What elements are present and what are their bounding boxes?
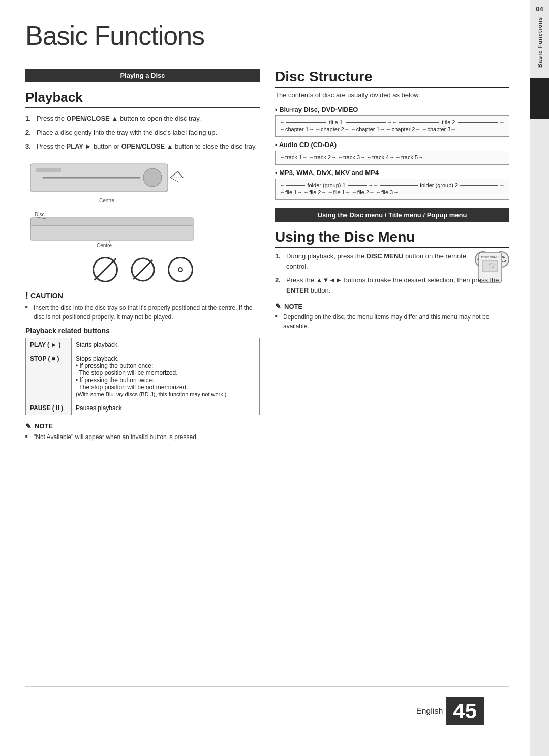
side-tab-number: 04 (536, 5, 543, 13)
svg-rect-8 (30, 218, 193, 227)
svg-text:DISC MENU: DISC MENU (481, 256, 499, 259)
mp3-label: MP3, WMA, DivX, MKV and MP4 (275, 169, 509, 177)
table-row-stop: STOP ( ■ ) Stops playback. • If pressing… (26, 352, 260, 401)
page-footer: English 45 (25, 686, 509, 736)
note-box: ✎ NOTE "Not Available" will appear when … (25, 422, 260, 442)
disc-step-2: 2. Press the ▲▼◄► buttons to make the de… (275, 275, 509, 295)
play-key: PLAY ( ► ) (26, 338, 72, 352)
step-num-2: 2. (25, 128, 31, 138)
note-title: ✎ NOTE (25, 422, 260, 430)
forbidden-icon-2 (130, 257, 156, 282)
left-column: Playing a Disc Playback 1. Press the OPE… (25, 69, 260, 681)
mp3-diagram: ← folder (group) 1 →← folder (group) 2 →… (275, 179, 509, 200)
disc-step-1: 1. During playback, press the DISC MENU … (275, 251, 509, 271)
right-column: Disc Structure The contents of disc are … (275, 69, 509, 681)
svg-text:Centre: Centre (97, 243, 112, 248)
page-number-container: English 45 (416, 697, 484, 725)
device-illustration: Centre Disc Centre (25, 159, 260, 284)
disc-structure-title: Disc Structure (275, 69, 509, 88)
pause-key: PAUSE ( II ) (26, 401, 72, 415)
exclamation-icon: ! (25, 290, 28, 301)
table-row-play: PLAY ( ► ) Starts playback. (26, 338, 260, 352)
bluray-label: Blu-ray Disc, DVD-VIDEO (275, 106, 509, 113)
correct-disc-icon (168, 257, 193, 282)
step-1: 1. Press the OPEN/CLOSE ▲ button to open… (25, 113, 260, 124)
svg-line-5 (178, 171, 183, 178)
disc-menu-note-text: Depending on the disc, the menu items ma… (275, 312, 509, 331)
mp3-row-2: ←file 1→ ←file 2→ ←file 1→ ←file 2→ ←fil… (280, 189, 505, 195)
svg-text:☞: ☞ (489, 260, 497, 271)
centre-label-top: Centre (99, 198, 114, 203)
side-tab: 04 Basic Functions (530, 0, 549, 756)
playback-title: Playback (25, 90, 260, 108)
caution-text: Insert the disc into the disc tray so th… (25, 303, 260, 322)
page-title: Basic Functions (25, 20, 509, 56)
language-label: English (416, 707, 443, 716)
caution-box: ! CAUTION Insert the disc into the disc … (25, 290, 260, 322)
audiocd-row-1: ←track 1→ ←track 2→ ←track 3→ ←track 4→ … (280, 154, 505, 160)
pause-value: Pauses playback. (72, 401, 260, 415)
stop-value: Stops playback. • If pressing the button… (72, 352, 260, 401)
playback-related-title: Playback related buttons (25, 327, 260, 335)
page-number: 45 (446, 697, 484, 725)
play-value: Starts playback. (72, 338, 260, 352)
svg-rect-2 (36, 168, 61, 172)
side-tab-text: Basic Functions (537, 17, 543, 68)
disc-circle-inner (178, 267, 183, 272)
disc-placement-svg: Disc Centre (25, 208, 239, 251)
disc-menu-title: Using the Disc Menu (275, 229, 509, 248)
disc-menu-banner: Using the Disc menu / Title menu / Popup… (275, 208, 509, 222)
playing-disc-banner: Playing a Disc (25, 69, 260, 82)
note-text: "Not Available" will appear when an inva… (25, 432, 260, 442)
side-tab-accent (530, 78, 550, 119)
forbidden-icon-1 (93, 257, 118, 282)
disc-structure-section: Disc Structure The contents of disc are … (275, 69, 509, 200)
disc-menu-note-title: ✎ NOTE (275, 302, 509, 310)
step-2: 2. Place a disc gently into the tray wit… (25, 128, 260, 138)
disc-structure-description: The contents of disc are usually divided… (275, 91, 509, 99)
audiocd-label: Audio CD (CD-DA) (275, 141, 509, 149)
svg-line-15 (133, 260, 152, 279)
main-content: Basic Functions Playing a Disc Playback … (0, 0, 530, 756)
stop-key: STOP ( ■ ) (26, 352, 72, 401)
svg-line-7 (170, 178, 178, 182)
bluray-row-1: ← title 1 →← title 2 → (280, 119, 505, 125)
svg-rect-9 (30, 226, 193, 240)
caution-title: ! CAUTION (25, 290, 260, 301)
page-container: Basic Functions Playing a Disc Playback … (0, 0, 549, 756)
bluray-row-2: ←chapter 1→ ←chapter 2→ ←chapter 1→ ←cha… (280, 126, 505, 132)
svg-line-4 (170, 171, 178, 178)
two-columns: Playing a Disc Playback 1. Press the OPE… (25, 69, 509, 681)
device-svg (28, 159, 186, 197)
disc-step-num-2: 2. (275, 275, 281, 285)
disc-menu-steps: 1. During playback, press the DISC MENU … (275, 251, 509, 295)
step-3: 3. Press the PLAY ► button or OPEN/CLOSE… (25, 141, 260, 152)
disc-step-num-1: 1. (275, 251, 281, 261)
svg-point-3 (143, 168, 162, 187)
disc-menu-note-icon: ✎ (275, 302, 281, 310)
note-pencil-icon: ✎ (25, 422, 32, 430)
audiocd-diagram: ←track 1→ ←track 2→ ←track 3→ ←track 4→ … (275, 151, 509, 165)
mp3-row-1: ← folder (group) 1 →← folder (group) 2 → (280, 182, 505, 188)
steps-list: 1. Press the OPEN/CLOSE ▲ button to open… (25, 113, 260, 152)
playback-table: PLAY ( ► ) Starts playback. STOP ( ■ ) S… (25, 338, 260, 415)
bluray-diagram: ← title 1 →← title 2 → ←chapter 1→ ←chap… (275, 115, 509, 137)
step-num-1: 1. (25, 113, 31, 124)
disc-menu-note-box: ✎ NOTE Depending on the disc, the menu i… (275, 302, 509, 331)
disc-icons-row (93, 257, 193, 282)
svg-text:Disc: Disc (35, 212, 44, 217)
table-row-pause: PAUSE ( II ) Pauses playback. (26, 401, 260, 415)
step-num-3: 3. (25, 141, 31, 152)
